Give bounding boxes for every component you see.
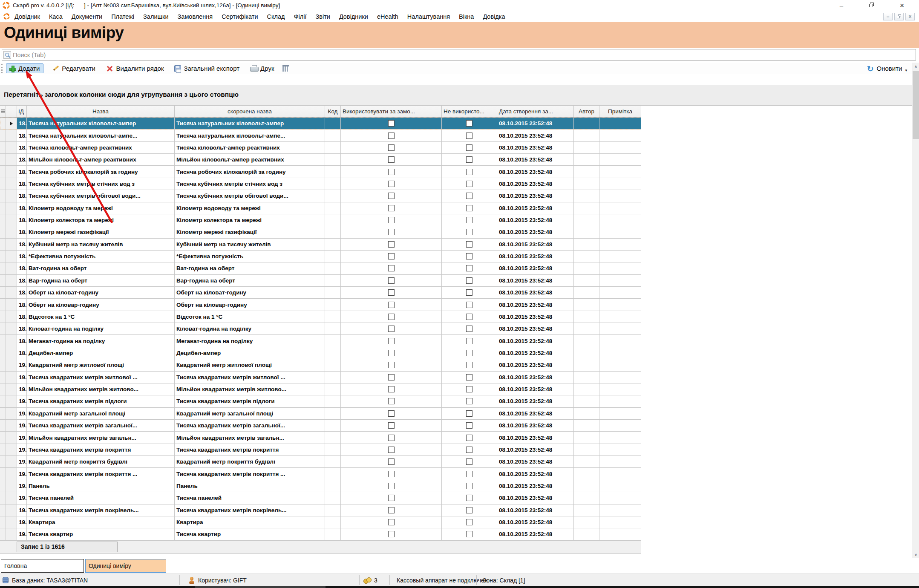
row-selector-cell[interactable] <box>6 372 17 383</box>
cell-code[interactable] <box>325 480 341 492</box>
cell-created-date[interactable]: 08.10.2015 23:52:48 <box>497 142 574 153</box>
cell-code[interactable] <box>325 444 341 455</box>
cell-created-date[interactable]: 08.10.2015 23:52:48 <box>497 202 574 214</box>
cell-id[interactable]: 18.. <box>17 214 27 226</box>
cell-code[interactable] <box>325 190 341 202</box>
cell-note[interactable] <box>599 323 641 334</box>
cell-created-date[interactable]: 08.10.2015 23:52:48 <box>497 359 574 371</box>
cell-created-date[interactable]: 08.10.2015 23:52:48 <box>497 372 574 383</box>
cell-short-name[interactable]: Тисяча квадратних метрів загальної... <box>175 420 325 431</box>
cell-created-date[interactable]: 08.10.2015 23:52:48 <box>497 311 574 323</box>
column-header-author[interactable]: Автор <box>574 106 599 117</box>
cell-id[interactable]: 18.. <box>17 130 27 141</box>
cell-author[interactable] <box>574 516 599 528</box>
cell-created-date[interactable]: 08.10.2015 23:52:48 <box>497 395 574 407</box>
table-row[interactable]: 19.. Тисяча квадратних метрів покриття .… <box>0 468 641 480</box>
not-used-checkbox[interactable] <box>466 277 472 284</box>
not-used-checkbox[interactable] <box>466 181 472 187</box>
cell-code[interactable] <box>325 323 341 334</box>
cell-code[interactable] <box>325 262 341 274</box>
edit-button[interactable]: Редагувати <box>50 64 98 73</box>
use-default-checkbox[interactable] <box>388 205 395 211</box>
cell-author[interactable] <box>574 287 599 298</box>
not-used-checkbox[interactable] <box>466 120 472 127</box>
table-row[interactable]: 18.. Тисяча натуральних кіловольт-ампе..… <box>0 130 641 141</box>
cell-id[interactable]: 19.. <box>17 468 27 479</box>
cell-author[interactable] <box>574 492 599 504</box>
table-row[interactable]: 19.. Квартира Квартира 08.10.2015 23:52:… <box>0 516 641 528</box>
row-selector-cell[interactable] <box>6 408 17 419</box>
cell-code[interactable] <box>325 178 341 190</box>
not-used-checkbox[interactable] <box>466 531 472 537</box>
menu-sklad[interactable]: Склад <box>267 13 285 20</box>
cell-id[interactable]: 19.. <box>17 383 27 395</box>
column-header-not-used[interactable]: Не використо... <box>442 106 497 117</box>
cell-author[interactable] <box>574 444 599 455</box>
cell-short-name[interactable]: Відсоток на 1 °C <box>175 311 325 323</box>
cell-id[interactable]: 19.. <box>17 408 27 419</box>
cell-note[interactable] <box>599 202 641 214</box>
cell-name[interactable]: Квадратний метр загальної площі <box>27 408 175 419</box>
cell-name[interactable]: Кілометр водоводу та мережі <box>27 202 175 214</box>
cell-created-date[interactable]: 08.10.2015 23:52:48 <box>497 383 574 395</box>
cell-name[interactable]: Тисяча натуральних кіловольт-ампер <box>27 118 175 129</box>
cell-code[interactable] <box>325 468 341 479</box>
cell-note[interactable] <box>599 468 641 479</box>
cell-code[interactable] <box>325 166 341 177</box>
row-selector-cell[interactable] <box>6 178 17 190</box>
cell-name[interactable]: Мільйон квадратних метрів загальн... <box>27 432 175 443</box>
minimize-button[interactable]: – <box>834 0 849 11</box>
use-default-checkbox[interactable] <box>388 277 395 284</box>
cell-code[interactable] <box>325 420 341 431</box>
cell-author[interactable] <box>574 323 599 334</box>
use-default-checkbox[interactable] <box>388 326 395 332</box>
cell-author[interactable] <box>574 335 599 346</box>
cell-short-name[interactable]: Кілометр мережі газифікації <box>175 226 325 238</box>
row-selector-cell[interactable] <box>6 190 17 202</box>
row-selector-cell[interactable] <box>6 311 17 323</box>
use-default-checkbox[interactable] <box>388 302 395 308</box>
not-used-checkbox[interactable] <box>466 156 472 163</box>
cell-note[interactable] <box>599 480 641 492</box>
use-default-checkbox[interactable] <box>388 181 395 187</box>
cell-author[interactable] <box>574 504 599 516</box>
not-used-checkbox[interactable] <box>466 338 472 344</box>
cell-name[interactable]: Відсоток на 1 °C <box>27 311 175 323</box>
row-selector-cell[interactable] <box>6 516 17 528</box>
row-selector-cell[interactable] <box>6 347 17 359</box>
cell-created-date[interactable]: 08.10.2015 23:52:48 <box>497 444 574 455</box>
cell-code[interactable] <box>325 359 341 371</box>
cell-author[interactable] <box>574 468 599 479</box>
search-input[interactable] <box>13 52 916 58</box>
table-row[interactable]: 18.. *Ефективна потужність *Ефективна по… <box>0 251 641 262</box>
not-used-checkbox[interactable] <box>466 253 472 259</box>
cell-name[interactable]: Тисяча кубічних метрів стічних вод з <box>27 178 175 190</box>
use-default-checkbox[interactable] <box>388 253 395 259</box>
cell-short-name[interactable]: Квадратний метр покриття будівлі <box>175 456 325 467</box>
cell-created-date[interactable]: 08.10.2015 23:52:48 <box>497 118 574 129</box>
use-default-checkbox[interactable] <box>388 193 395 199</box>
row-selector-cell[interactable] <box>6 130 17 141</box>
cell-author[interactable] <box>574 275 599 286</box>
cell-note[interactable] <box>599 166 641 177</box>
cell-id[interactable]: 19.. <box>17 444 27 455</box>
use-default-checkbox[interactable] <box>388 386 395 392</box>
not-used-checkbox[interactable] <box>466 398 472 404</box>
cell-created-date[interactable]: 08.10.2015 23:52:48 <box>497 214 574 226</box>
cell-code[interactable] <box>325 202 341 214</box>
cell-short-name[interactable]: Тисяча кіловольт-ампер реактивних <box>175 142 325 153</box>
cell-author[interactable] <box>574 432 599 443</box>
cell-author[interactable] <box>574 166 599 177</box>
use-default-checkbox[interactable] <box>388 495 395 501</box>
cell-code[interactable] <box>325 142 341 153</box>
cell-author[interactable] <box>574 480 599 492</box>
use-default-checkbox[interactable] <box>388 144 395 151</box>
cell-created-date[interactable]: 08.10.2015 23:52:48 <box>497 287 574 298</box>
menu-sertyfikaty[interactable]: Сертифікати <box>222 13 258 20</box>
cell-name[interactable]: Тисяча квадратних метрів житлової ... <box>27 372 175 383</box>
table-row[interactable]: 18.. Мільйон кіловольт-ампер реактивних … <box>0 154 641 166</box>
cell-created-date[interactable]: 08.10.2015 23:52:48 <box>497 516 574 528</box>
cell-code[interactable] <box>325 456 341 467</box>
table-row[interactable]: 19.. Тисяча квадратних метрів покриття Т… <box>0 444 641 456</box>
cell-note[interactable] <box>599 528 641 540</box>
